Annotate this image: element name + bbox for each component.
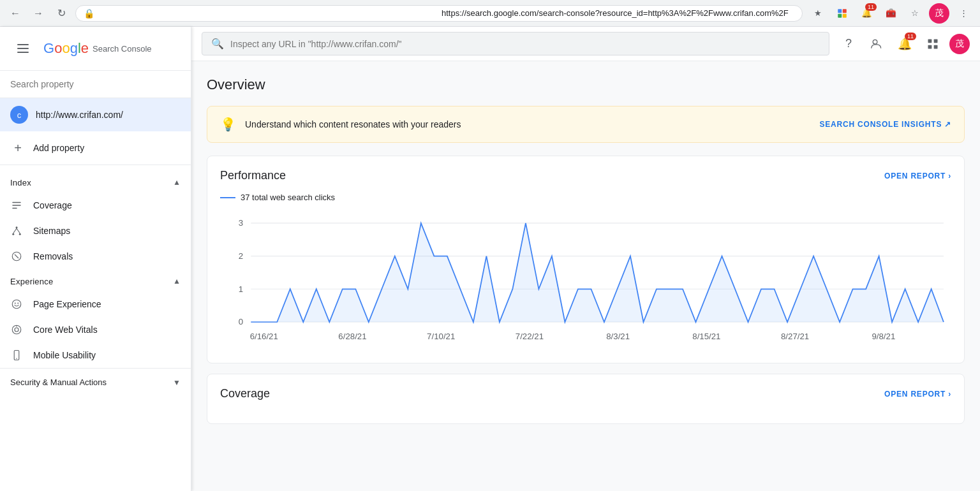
index-chevron-icon: ▼ bbox=[173, 179, 181, 187]
svg-text:6/28/21: 6/28/21 bbox=[338, 333, 366, 341]
sidebar-item-mobile-usability[interactable]: Mobile Usability bbox=[0, 342, 186, 368]
sidebar-item-core-web-vitals[interactable]: Core Web Vitals bbox=[0, 317, 186, 342]
extensions-button[interactable]: 🧰 bbox=[880, 3, 901, 24]
svg-point-22 bbox=[873, 40, 877, 44]
svg-rect-23 bbox=[928, 39, 932, 43]
chart-legend: 37 total web search clicks bbox=[220, 193, 951, 202]
bookmark-star-button[interactable]: ★ bbox=[808, 3, 828, 24]
extension-button-1[interactable] bbox=[832, 3, 852, 24]
mobile-usability-label: Mobile Usability bbox=[33, 350, 96, 360]
apps-grid-button[interactable] bbox=[921, 33, 944, 55]
hamburger-menu-button[interactable] bbox=[10, 36, 36, 61]
address-bar: 🔒 https://search.google.com/search-conso… bbox=[75, 5, 803, 22]
notification-badge: 11 bbox=[905, 33, 916, 40]
svg-point-9 bbox=[19, 233, 21, 235]
hamburger-line-3 bbox=[17, 52, 29, 53]
svg-text:0: 0 bbox=[239, 318, 243, 326]
main-content: Overview 💡 Understand which content reso… bbox=[191, 61, 980, 491]
core-web-vitals-label: Core Web Vitals bbox=[33, 325, 98, 335]
svg-text:3: 3 bbox=[239, 219, 243, 228]
overview-body: Overview 💡 Understand which content reso… bbox=[191, 61, 980, 450]
sidebar-item-removals[interactable]: Removals bbox=[0, 244, 186, 269]
sidebar: Google Search Console c http://www.crifa… bbox=[0, 27, 191, 491]
profile-avatar[interactable]: 茂 bbox=[929, 3, 949, 24]
sidebar-nav: Index ▼ Coverage bbox=[0, 165, 191, 491]
favorites-button[interactable]: ☆ bbox=[905, 3, 925, 24]
search-property-container[interactable] bbox=[0, 71, 191, 98]
app-topbar: 🔍 ? 🔔 11 bbox=[191, 27, 980, 61]
svg-text:8/27/21: 8/27/21 bbox=[781, 333, 809, 341]
external-link-icon: ↗ bbox=[944, 120, 951, 129]
property-item[interactable]: c http://www.crifan.com/ bbox=[0, 98, 191, 131]
sidebar-item-coverage[interactable]: Coverage bbox=[0, 193, 186, 218]
svg-line-10 bbox=[13, 228, 17, 233]
svg-rect-6 bbox=[12, 208, 17, 209]
sidebar-item-sitemaps[interactable]: Sitemaps bbox=[0, 218, 186, 244]
legend-label: 37 total web search clicks bbox=[241, 193, 335, 202]
performance-chart-svg: 0 1 2 3 6/16/21 6/28/21 7/10/21 bbox=[220, 210, 951, 350]
coverage-card: Coverage OPEN REPORT › bbox=[207, 374, 965, 424]
svg-point-21 bbox=[16, 358, 17, 360]
coverage-card-title: Coverage bbox=[220, 387, 270, 400]
removals-icon bbox=[10, 250, 23, 263]
notifications-button[interactable]: 🔔 11 bbox=[856, 3, 877, 24]
search-icon: 🔍 bbox=[211, 38, 224, 50]
svg-point-14 bbox=[12, 300, 21, 309]
coverage-open-report-label: OPEN REPORT bbox=[884, 390, 946, 399]
svg-point-15 bbox=[15, 303, 16, 304]
search-console-insights-link[interactable]: SEARCH CONSOLE INSIGHTS ↗ bbox=[819, 120, 951, 129]
property-dropdown: c http://www.crifan.com/ + Add property bbox=[0, 98, 191, 165]
svg-text:7/10/21: 7/10/21 bbox=[427, 333, 455, 341]
overview-title: Overview bbox=[207, 77, 965, 93]
core-web-vitals-icon bbox=[10, 323, 23, 336]
coverage-chevron-right-icon: › bbox=[948, 390, 951, 399]
experience-section-title: Experience bbox=[10, 277, 54, 286]
product-name: Search Console bbox=[93, 44, 152, 54]
hamburger-line-2 bbox=[17, 48, 29, 49]
performance-open-report-link[interactable]: OPEN REPORT › bbox=[884, 172, 951, 180]
svg-rect-4 bbox=[12, 202, 21, 203]
user-avatar[interactable]: 茂 bbox=[949, 34, 970, 54]
svg-point-16 bbox=[17, 303, 19, 304]
experience-section-header[interactable]: Experience ▼ bbox=[0, 269, 191, 291]
index-section-header[interactable]: Index ▼ bbox=[0, 170, 191, 193]
hamburger-line-1 bbox=[17, 44, 29, 45]
chevron-right-icon: › bbox=[948, 172, 951, 180]
svg-rect-25 bbox=[928, 45, 932, 48]
insight-link-label: SEARCH CONSOLE INSIGHTS bbox=[819, 120, 942, 129]
svg-point-18 bbox=[15, 328, 19, 332]
svg-rect-24 bbox=[934, 39, 938, 43]
coverage-icon bbox=[10, 199, 23, 212]
forward-button[interactable]: → bbox=[29, 4, 47, 22]
property-icon: c bbox=[10, 106, 28, 124]
svg-text:9/8/21: 9/8/21 bbox=[872, 333, 895, 341]
url-search-bar[interactable]: 🔍 bbox=[202, 32, 829, 55]
index-section-title: Index bbox=[10, 178, 31, 187]
back-button[interactable]: ← bbox=[6, 4, 24, 22]
url-search-input[interactable] bbox=[230, 39, 820, 49]
people-button[interactable] bbox=[865, 33, 888, 55]
sidebar-item-page-experience[interactable]: Page Experience bbox=[0, 291, 186, 317]
coverage-open-report-link[interactable]: OPEN REPORT › bbox=[884, 390, 951, 399]
performance-chart: 0 1 2 3 6/16/21 6/28/21 7/10/21 bbox=[220, 210, 951, 350]
performance-card-header: Performance OPEN REPORT › bbox=[220, 169, 951, 182]
performance-card-title: Performance bbox=[220, 169, 286, 182]
add-icon: + bbox=[10, 140, 26, 156]
svg-line-11 bbox=[17, 228, 20, 233]
performance-open-report-label: OPEN REPORT bbox=[884, 172, 946, 180]
reload-button[interactable]: ↻ bbox=[52, 4, 70, 22]
property-icon-letter: c bbox=[17, 110, 22, 120]
main-area: 🔍 ? 🔔 11 bbox=[191, 27, 980, 491]
svg-rect-26 bbox=[934, 45, 938, 48]
help-button[interactable]: ? bbox=[837, 33, 860, 55]
svg-text:8/15/21: 8/15/21 bbox=[692, 333, 720, 341]
svg-text:8/3/21: 8/3/21 bbox=[606, 333, 630, 341]
experience-chevron-icon: ▼ bbox=[173, 277, 181, 286]
more-options-button[interactable]: ⋮ bbox=[953, 3, 974, 24]
url-text: https://search.google.com/search-console… bbox=[442, 8, 794, 18]
search-property-input[interactable] bbox=[10, 79, 181, 89]
add-property-button[interactable]: + Add property bbox=[0, 131, 191, 165]
lightbulb-icon: 💡 bbox=[220, 117, 236, 132]
security-manual-actions-section[interactable]: Security & Manual Actions ▼ bbox=[0, 368, 191, 396]
security-section-title: Security & Manual Actions bbox=[10, 377, 107, 387]
